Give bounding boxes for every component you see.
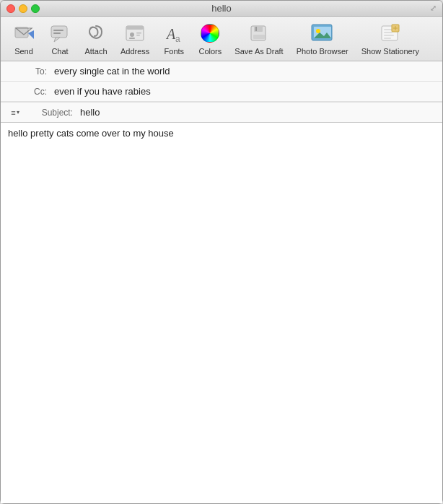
- svg-marker-4: [54, 38, 60, 42]
- send-button[interactable]: Send: [6, 19, 41, 58]
- save-icon: [247, 22, 271, 45]
- svg-text:A: A: [165, 26, 176, 42]
- send-icon: [12, 22, 35, 45]
- fonts-button[interactable]: A a Fonts: [157, 19, 191, 58]
- svg-text:a: a: [175, 34, 180, 43]
- svg-rect-5: [53, 30, 63, 31]
- close-button[interactable]: [6, 4, 15, 13]
- fonts-icon: A a: [162, 22, 185, 45]
- subject-row: ≡ ▾ Subject:: [1, 102, 442, 122]
- title-bar: hello ⤢: [1, 1, 442, 17]
- svg-rect-10: [129, 38, 135, 39]
- chat-icon: [48, 22, 71, 45]
- email-window: hello ⤢ Send Cha: [0, 0, 443, 504]
- show-stationery-button[interactable]: Show Stationery: [356, 19, 425, 58]
- photo-browser-icon: [311, 22, 334, 45]
- send-label: Send: [14, 47, 33, 56]
- message-body[interactable]: hello pretty cats come over to my house: [1, 123, 442, 503]
- svg-rect-26: [384, 35, 394, 36]
- chat-label: Chat: [51, 47, 68, 56]
- toolbar: Send Chat Attach: [1, 17, 442, 61]
- maximize-button[interactable]: [31, 4, 40, 13]
- fonts-label: Fonts: [165, 47, 185, 56]
- message-text: hello pretty cats come over to my house: [8, 127, 435, 140]
- address-button[interactable]: Address: [115, 19, 155, 58]
- traffic-lights: [6, 4, 40, 13]
- attach-label: Attach: [84, 47, 107, 56]
- to-row: To:: [1, 61, 442, 82]
- address-label: Address: [120, 47, 149, 56]
- svg-rect-25: [384, 32, 392, 33]
- stationery-icon: [379, 22, 402, 45]
- svg-rect-8: [126, 26, 144, 30]
- save-as-draft-button[interactable]: Save As Draft: [229, 19, 289, 58]
- svg-marker-2: [28, 30, 34, 39]
- attach-button[interactable]: Attach: [79, 19, 113, 58]
- subject-input[interactable]: [77, 104, 442, 121]
- photo-browser-button[interactable]: Photo Browser: [291, 19, 354, 58]
- svg-point-9: [130, 32, 134, 37]
- resize-icon: ⤢: [430, 4, 437, 13]
- cc-label: Cc:: [1, 87, 51, 97]
- subject-menu-icon[interactable]: ≡ ▾: [11, 108, 19, 117]
- photo-browser-label: Photo Browser: [297, 47, 348, 56]
- svg-rect-11: [136, 32, 141, 34]
- svg-rect-12: [136, 35, 140, 36]
- stationery-label: Show Stationery: [361, 47, 419, 56]
- svg-rect-27: [384, 38, 391, 39]
- svg-rect-16: [254, 26, 263, 32]
- colors-button[interactable]: Colors: [193, 19, 227, 58]
- colors-label: Colors: [198, 47, 222, 56]
- attach-icon: [84, 22, 108, 45]
- subject-label: Subject:: [27, 108, 77, 118]
- to-input[interactable]: [51, 63, 442, 79]
- address-icon: [123, 22, 146, 45]
- minimize-button[interactable]: [19, 4, 27, 13]
- save-label: Save As Draft: [234, 47, 283, 56]
- header-fields: To: Cc: ≡ ▾ Subject:: [1, 61, 442, 123]
- colors-icon: [198, 22, 222, 45]
- svg-rect-3: [51, 26, 67, 38]
- window-title: hello: [1, 3, 442, 14]
- cc-row: Cc:: [1, 82, 442, 102]
- svg-rect-6: [53, 32, 61, 34]
- svg-rect-18: [253, 35, 265, 39]
- cc-input[interactable]: [51, 83, 442, 100]
- subject-menu-button[interactable]: ≡ ▾: [1, 108, 27, 117]
- svg-rect-17: [255, 27, 257, 31]
- to-label: To:: [1, 66, 51, 77]
- chat-button[interactable]: Chat: [43, 19, 77, 58]
